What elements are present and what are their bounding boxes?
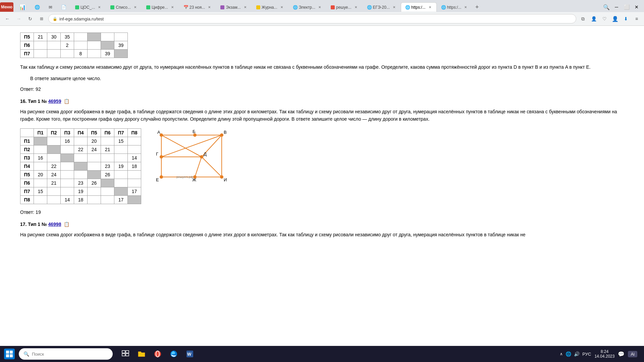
tab-electr[interactable]: 🌐 Электр... ✕ [288, 2, 326, 12]
taskbar: 🔍 [0, 346, 644, 362]
user-button[interactable]: 👤 [610, 14, 620, 23]
file-explorer-icon [138, 350, 146, 358]
tab-https1-close[interactable]: ✕ [428, 5, 432, 10]
cell [88, 154, 101, 162]
tab-browser2[interactable]: 🌐 [30, 2, 44, 12]
cell: 20 [34, 170, 47, 179]
heart-button[interactable]: ♡ [600, 14, 609, 23]
search-tab-button[interactable]: 🔍 [602, 2, 611, 12]
settings-button[interactable]: ≡ [632, 14, 641, 23]
tab-ege20[interactable]: 🌐 ЕГЭ-20... ✕ [363, 2, 401, 12]
problem17-type-link[interactable]: 46998 [48, 222, 61, 227]
tab-electr-close[interactable]: ✕ [317, 5, 322, 10]
cell-grey [61, 154, 74, 162]
start-button[interactable] [3, 347, 16, 361]
tab-doc[interactable]: 📄 [57, 2, 71, 12]
task-view-button[interactable] [118, 347, 133, 361]
back-button[interactable]: ← [3, 14, 12, 23]
row-p8: П8 [20, 195, 34, 204]
ai-button[interactable]: Ai [628, 351, 637, 357]
tab-reshue-close[interactable]: ✕ [354, 5, 358, 10]
col-p4: П4 [74, 128, 88, 137]
tab-ekzam-label: Экзам... [226, 5, 240, 10]
cell: 22 [74, 145, 88, 154]
tab-charts[interactable]: 📊 [15, 2, 30, 12]
col-p7: П7 [114, 128, 128, 137]
profile-button[interactable]: 👤 [589, 14, 598, 23]
tab-cifre-icon [146, 5, 150, 9]
cell [74, 154, 88, 162]
tab-spisok[interactable]: Списо... ✕ [106, 2, 142, 12]
cell: 19 [114, 162, 128, 170]
file-explorer-button[interactable] [134, 347, 149, 361]
tab-https2[interactable]: 🌐 https:/... ✕ [437, 2, 473, 12]
cell: 24 [47, 170, 61, 179]
new-tab-button[interactable]: + [472, 2, 482, 12]
cell: 21 [101, 145, 114, 154]
taskbar-search[interactable]: 🔍 [19, 348, 113, 360]
tab-cos-close[interactable]: ✕ [97, 5, 102, 10]
table-row: П3 16 14 [20, 154, 141, 162]
cell [88, 195, 101, 204]
word-button[interactable]: W [182, 347, 197, 361]
tab-23noy-close[interactable]: ✕ [207, 5, 212, 10]
tab-email-icon: ✉ [49, 5, 52, 10]
tab-cifre[interactable]: Цифре... ✕ [142, 2, 179, 12]
cell-grey [101, 179, 114, 187]
search-input[interactable] [32, 352, 108, 357]
cell [61, 50, 74, 58]
notification-icon[interactable]: 💬 [618, 351, 625, 357]
edge-button[interactable] [166, 347, 181, 361]
tab-https1[interactable]: 🌐 https:/... ✕ [401, 2, 437, 12]
maximize-button[interactable]: ⬜ [622, 2, 631, 12]
cell-grey [34, 137, 47, 145]
answer-value-15: 92 [36, 86, 41, 92]
address-bar[interactable]: 🔒 inf-ege.sdamgia.ru/test [48, 14, 576, 23]
cell [34, 162, 47, 170]
tab-cifre-close[interactable]: ✕ [170, 5, 175, 10]
top-table-section: П5 21 30 35 П6 2 39 [20, 33, 624, 58]
row-header-p7: П7 [20, 50, 34, 58]
table-row: П5 20 24 26 [20, 170, 141, 179]
home-button[interactable]: ⊞ [37, 14, 46, 23]
tab-ekzam[interactable]: Экзам... ✕ [216, 2, 252, 12]
problem16-description: На рисунке схема дорог изображена в виде… [20, 108, 624, 123]
forward-button[interactable]: → [14, 14, 23, 23]
cell: 22 [47, 162, 61, 170]
col-empty [20, 128, 34, 137]
top-table: П5 21 30 35 П6 2 39 [20, 33, 128, 58]
tab-https2-close[interactable]: ✕ [463, 5, 468, 10]
taskbar-right: ∧ 🌐 🔊 РУС 8:24 14.04.2023 💬 Ai [560, 349, 641, 359]
minimize-button[interactable]: ─ [612, 2, 621, 12]
date-display: 14.04.2023 [594, 354, 614, 359]
cell [128, 145, 141, 154]
problem16-type-link[interactable]: 46959 [48, 99, 61, 104]
nav-actions: ⧉ 👤 ♡ 👤 ⬇ ≡ [578, 14, 641, 23]
cell: 24 [88, 145, 101, 154]
answer-label-16: Ответ: [20, 209, 34, 215]
opera-button[interactable] [150, 347, 165, 361]
downloads-button[interactable]: ⬇ [621, 14, 631, 23]
problem15-text: Так как таблицу и схему рисовали независ… [20, 63, 624, 71]
row-p1: П1 [20, 137, 34, 145]
cell: 15 [34, 187, 47, 195]
clock[interactable]: 8:24 14.04.2023 [594, 349, 614, 359]
tab-ege20-close[interactable]: ✕ [392, 5, 396, 10]
tab-jurnal-close[interactable]: ✕ [279, 5, 284, 10]
tab-cos[interactable]: ЦОС_... ✕ [71, 2, 106, 12]
tab-reshue-icon [331, 5, 335, 9]
tray-arrow[interactable]: ∧ [560, 352, 563, 356]
tab-browser2-icon: 🌐 [35, 5, 40, 10]
tab-ekzam-close[interactable]: ✕ [243, 5, 248, 10]
tab-email[interactable]: ✉ [44, 2, 57, 12]
menu-button[interactable]: Меню [0, 2, 13, 12]
close-button[interactable]: ✕ [632, 2, 641, 12]
tab-jurnal[interactable]: Журна... ✕ [252, 2, 288, 12]
tab-reshue[interactable]: решуе... ✕ [326, 2, 363, 12]
lock-icon: 🔒 [53, 17, 57, 21]
row-p5: П5 [20, 170, 34, 179]
reload-button[interactable]: ↻ [25, 14, 35, 23]
split-view-button[interactable]: ⧉ [578, 14, 588, 23]
tab-23noy[interactable]: 📅 23 ноя... ✕ [179, 2, 216, 12]
tab-spisok-close[interactable]: ✕ [133, 5, 138, 10]
